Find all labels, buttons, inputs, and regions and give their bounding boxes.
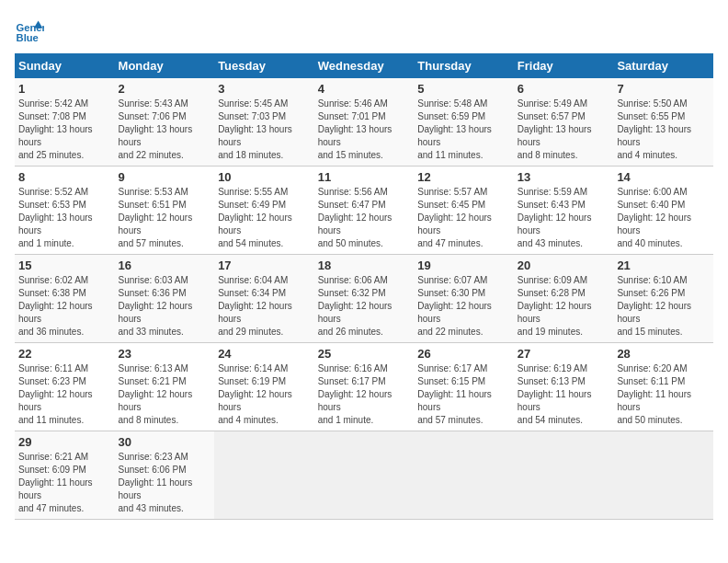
day-info: Sunrise: 5:52 AMSunset: 6:53 PMDaylight:…	[18, 186, 111, 250]
day-info: Sunrise: 5:42 AMSunset: 7:08 PMDaylight:…	[18, 98, 111, 162]
calendar-cell: 18Sunrise: 6:06 AMSunset: 6:32 PMDayligh…	[314, 255, 415, 343]
calendar-cell: 6Sunrise: 5:49 AMSunset: 6:57 PMDaylight…	[514, 78, 614, 167]
day-info: Sunrise: 6:16 AMSunset: 6:17 PMDaylight:…	[318, 362, 411, 427]
calendar-cell	[214, 431, 314, 520]
column-header-sunday: Sunday	[15, 53, 115, 78]
day-info: Sunrise: 6:13 AMSunset: 6:21 PMDaylight:…	[119, 362, 211, 427]
calendar-cell: 14Sunrise: 6:00 AMSunset: 6:40 PMDayligh…	[613, 167, 713, 255]
day-info: Sunrise: 6:09 AMSunset: 6:28 PMDaylight:…	[518, 274, 610, 339]
day-number: 1	[18, 82, 111, 96]
day-number: 20	[518, 259, 610, 272]
column-header-tuesday: Tuesday	[214, 53, 314, 78]
day-number: 11	[318, 170, 411, 184]
calendar-cell: 27Sunrise: 6:19 AMSunset: 6:13 PMDayligh…	[514, 343, 614, 431]
day-info: Sunrise: 6:10 AMSunset: 6:26 PMDaylight:…	[617, 274, 710, 339]
day-info: Sunrise: 5:48 AMSunset: 6:59 PMDaylight:…	[417, 98, 510, 162]
column-header-saturday: Saturday	[613, 53, 713, 78]
day-info: Sunrise: 5:55 AMSunset: 6:49 PMDaylight:…	[218, 186, 311, 250]
day-number: 28	[617, 347, 710, 361]
calendar-cell: 9Sunrise: 5:53 AMSunset: 6:51 PMDaylight…	[115, 167, 215, 255]
calendar-cell: 23Sunrise: 6:13 AMSunset: 6:21 PMDayligh…	[115, 343, 215, 431]
day-number: 6	[518, 82, 610, 96]
calendar-cell: 28Sunrise: 6:20 AMSunset: 6:11 PMDayligh…	[613, 343, 713, 431]
calendar-week-4: 22Sunrise: 6:11 AMSunset: 6:23 PMDayligh…	[15, 343, 713, 431]
calendar-cell: 19Sunrise: 6:07 AMSunset: 6:30 PMDayligh…	[414, 255, 514, 343]
day-number: 3	[218, 82, 311, 96]
calendar-week-5: 29Sunrise: 6:21 AMSunset: 6:09 PMDayligh…	[15, 431, 713, 520]
day-info: Sunrise: 6:19 AMSunset: 6:13 PMDaylight:…	[518, 362, 610, 427]
calendar-week-2: 8Sunrise: 5:52 AMSunset: 6:53 PMDaylight…	[15, 167, 713, 255]
day-number: 27	[518, 347, 610, 361]
calendar-cell: 26Sunrise: 6:17 AMSunset: 6:15 PMDayligh…	[414, 343, 514, 431]
calendar-cell: 5Sunrise: 5:48 AMSunset: 6:59 PMDaylight…	[414, 78, 514, 167]
day-number: 25	[318, 347, 411, 361]
day-number: 13	[518, 170, 610, 184]
day-info: Sunrise: 5:45 AMSunset: 7:03 PMDaylight:…	[218, 98, 311, 162]
day-info: Sunrise: 6:07 AMSunset: 6:30 PMDaylight:…	[417, 274, 510, 339]
day-info: Sunrise: 6:11 AMSunset: 6:23 PMDaylight:…	[18, 362, 111, 427]
day-number: 14	[617, 170, 710, 184]
logo: General Blue	[15, 15, 48, 44]
day-number: 15	[18, 259, 111, 272]
page-header: General Blue	[15, 15, 713, 44]
calendar-cell	[514, 431, 614, 520]
calendar-cell: 21Sunrise: 6:10 AMSunset: 6:26 PMDayligh…	[613, 255, 713, 343]
day-info: Sunrise: 6:02 AMSunset: 6:38 PMDaylight:…	[18, 274, 111, 339]
day-info: Sunrise: 5:49 AMSunset: 6:57 PMDaylight:…	[518, 98, 610, 162]
day-info: Sunrise: 6:20 AMSunset: 6:11 PMDaylight:…	[617, 362, 710, 427]
calendar-cell: 20Sunrise: 6:09 AMSunset: 6:28 PMDayligh…	[514, 255, 614, 343]
calendar-header-row: SundayMondayTuesdayWednesdayThursdayFrid…	[15, 53, 713, 78]
day-number: 22	[18, 347, 111, 361]
calendar-cell: 15Sunrise: 6:02 AMSunset: 6:38 PMDayligh…	[15, 255, 115, 343]
calendar-table: SundayMondayTuesdayWednesdayThursdayFrid…	[15, 53, 713, 520]
day-info: Sunrise: 6:14 AMSunset: 6:19 PMDaylight:…	[218, 362, 311, 427]
calendar-cell: 17Sunrise: 6:04 AMSunset: 6:34 PMDayligh…	[214, 255, 314, 343]
calendar-week-3: 15Sunrise: 6:02 AMSunset: 6:38 PMDayligh…	[15, 255, 713, 343]
column-header-wednesday: Wednesday	[314, 53, 415, 78]
calendar-cell: 11Sunrise: 5:56 AMSunset: 6:47 PMDayligh…	[314, 167, 415, 255]
day-number: 8	[18, 170, 111, 184]
day-info: Sunrise: 5:57 AMSunset: 6:45 PMDaylight:…	[417, 186, 510, 250]
day-number: 2	[119, 82, 211, 96]
column-header-friday: Friday	[514, 53, 614, 78]
calendar-week-1: 1Sunrise: 5:42 AMSunset: 7:08 PMDaylight…	[15, 78, 713, 167]
calendar-cell: 22Sunrise: 6:11 AMSunset: 6:23 PMDayligh…	[15, 343, 115, 431]
calendar-cell	[414, 431, 514, 520]
svg-text:Blue: Blue	[17, 32, 39, 43]
logo-icon: General Blue	[15, 15, 44, 44]
column-header-thursday: Thursday	[414, 53, 514, 78]
column-header-monday: Monday	[115, 53, 215, 78]
day-info: Sunrise: 6:03 AMSunset: 6:36 PMDaylight:…	[119, 274, 211, 339]
calendar-cell: 3Sunrise: 5:45 AMSunset: 7:03 PMDaylight…	[214, 78, 314, 167]
calendar-cell: 25Sunrise: 6:16 AMSunset: 6:17 PMDayligh…	[314, 343, 415, 431]
day-number: 18	[318, 259, 411, 272]
calendar-cell	[314, 431, 415, 520]
day-number: 5	[417, 82, 510, 96]
calendar-cell: 29Sunrise: 6:21 AMSunset: 6:09 PMDayligh…	[15, 431, 115, 520]
calendar-cell: 7Sunrise: 5:50 AMSunset: 6:55 PMDaylight…	[613, 78, 713, 167]
calendar-cell: 24Sunrise: 6:14 AMSunset: 6:19 PMDayligh…	[214, 343, 314, 431]
day-number: 19	[417, 259, 510, 272]
day-number: 21	[617, 259, 710, 272]
day-number: 12	[417, 170, 510, 184]
day-info: Sunrise: 5:46 AMSunset: 7:01 PMDaylight:…	[318, 98, 411, 162]
day-info: Sunrise: 6:17 AMSunset: 6:15 PMDaylight:…	[417, 362, 510, 427]
calendar-cell: 16Sunrise: 6:03 AMSunset: 6:36 PMDayligh…	[115, 255, 215, 343]
day-info: Sunrise: 6:06 AMSunset: 6:32 PMDaylight:…	[318, 274, 411, 339]
day-number: 26	[417, 347, 510, 361]
day-number: 23	[119, 347, 211, 361]
day-info: Sunrise: 5:43 AMSunset: 7:06 PMDaylight:…	[119, 98, 211, 162]
day-number: 10	[218, 170, 311, 184]
day-number: 16	[119, 259, 211, 272]
calendar-cell: 1Sunrise: 5:42 AMSunset: 7:08 PMDaylight…	[15, 78, 115, 167]
day-info: Sunrise: 6:00 AMSunset: 6:40 PMDaylight:…	[617, 186, 710, 250]
day-info: Sunrise: 6:23 AMSunset: 6:06 PMDaylight:…	[119, 451, 211, 515]
calendar-cell: 10Sunrise: 5:55 AMSunset: 6:49 PMDayligh…	[214, 167, 314, 255]
calendar-cell: 2Sunrise: 5:43 AMSunset: 7:06 PMDaylight…	[115, 78, 215, 167]
day-info: Sunrise: 5:56 AMSunset: 6:47 PMDaylight:…	[318, 186, 411, 250]
calendar-cell: 30Sunrise: 6:23 AMSunset: 6:06 PMDayligh…	[115, 431, 215, 520]
calendar-cell: 13Sunrise: 5:59 AMSunset: 6:43 PMDayligh…	[514, 167, 614, 255]
day-info: Sunrise: 6:04 AMSunset: 6:34 PMDaylight:…	[218, 274, 311, 339]
day-number: 17	[218, 259, 311, 272]
day-number: 24	[218, 347, 311, 361]
